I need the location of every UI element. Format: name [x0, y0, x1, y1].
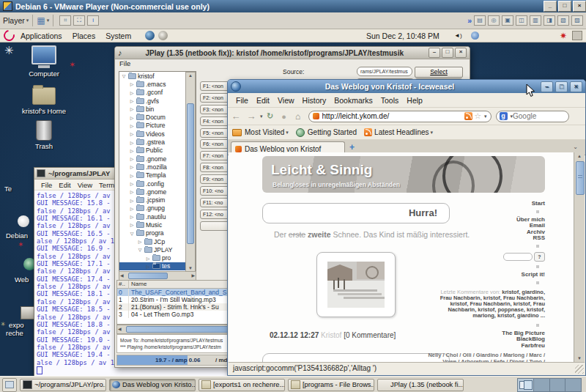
sound-icon[interactable]: ◨ [544, 15, 555, 26]
desktop-icon-partial[interactable]: Te [4, 185, 12, 193]
tree-scrollbar[interactable]: ▲ ▼ [185, 72, 196, 272]
expander-icon[interactable] [129, 148, 135, 153]
tree-item[interactable]: .mozilla [119, 163, 186, 171]
post-author[interactable]: Kristof [321, 331, 341, 339]
tree-item[interactable]: .gnome [119, 155, 186, 163]
taskbar-item[interactable]: JPlay (1.35 (netbook fi... [377, 379, 464, 391]
printer-icon[interactable]: ▥ [530, 15, 541, 26]
desktop-icon-trash[interactable]: Trash [21, 119, 67, 150]
menu-item[interactable]: Tools [381, 96, 399, 105]
applications-menu[interactable]: Applications [21, 32, 62, 40]
usb-icon[interactable]: ▧ [557, 15, 569, 26]
tree-item[interactable]: .jcpsim [119, 196, 186, 204]
menu-item[interactable]: Help [407, 96, 423, 105]
expander-icon[interactable] [145, 256, 151, 261]
desktop-icon-debian[interactable]: Debian [6, 232, 28, 240]
expander-icon[interactable] [129, 123, 135, 128]
browser-launcher-icon[interactable] [145, 31, 155, 40]
tree-item[interactable]: JCp [119, 237, 186, 245]
blogroll[interactable]: Nelly / Chol / Olli / Giardino / Marlong… [428, 352, 545, 362]
scrollbar-thumb[interactable] [126, 326, 230, 333]
expander-icon[interactable] [145, 264, 151, 269]
expander-icon[interactable] [129, 90, 135, 95]
system-menu[interactable]: System [105, 32, 131, 40]
minimize-button[interactable]: – [429, 48, 440, 58]
expander-icon[interactable] [129, 164, 135, 169]
scrollbar-thumb[interactable] [128, 273, 168, 279]
workspace-switcher[interactable] [517, 378, 582, 392]
menu-item[interactable]: History [303, 96, 327, 105]
scroll-up-icon[interactable]: ▲ [574, 154, 585, 158]
harddisk-icon[interactable]: ▤ [474, 15, 486, 26]
workspace-4[interactable] [565, 379, 581, 391]
menu-item[interactable]: Edit [256, 96, 270, 105]
menu-item[interactable]: View [278, 96, 294, 105]
tree-item[interactable]: Docum [119, 113, 186, 121]
bookmark-most-visited[interactable]: Most Visited [245, 128, 284, 136]
sidebar-link[interactable]: Über mich [428, 217, 545, 223]
tree-item[interactable]: Picture [119, 122, 186, 130]
close-button[interactable]: × [455, 48, 467, 58]
jplay-titlebar[interactable]: ♪ JPlay (1.35 (netbook fix)): kristof /h… [115, 47, 470, 59]
bookmark-getting-started[interactable]: Getting Started [308, 128, 357, 136]
rss-icon[interactable] [464, 112, 472, 120]
expander-icon[interactable] [129, 198, 135, 203]
new-tab-button[interactable]: + [349, 142, 355, 152]
sidebar-link-script[interactable]: Script it! [428, 272, 545, 278]
source-field[interactable]: rams/JPLAY/testmus [357, 67, 412, 76]
close-button[interactable]: × [570, 81, 582, 92]
menu-item[interactable]: File [236, 96, 248, 105]
tree-item[interactable]: .nautilu [119, 212, 186, 221]
expander-icon[interactable] [129, 115, 135, 120]
expander-icon[interactable] [129, 206, 135, 211]
scroll-up-icon[interactable]: ▲ [186, 73, 195, 78]
select-button[interactable]: Select [415, 67, 463, 78]
stop-icon[interactable]: ● [278, 112, 291, 121]
debian-menu-icon[interactable] [1, 28, 17, 43]
show-desktop-button[interactable] [2, 378, 17, 392]
volume-icon[interactable]: ◄) [454, 32, 462, 39]
scroll-down-icon[interactable]: ▼ [186, 266, 195, 270]
tree-item[interactable]: .emacs [119, 80, 186, 88]
vmware-titlebar[interactable]: Debian 6 - VMware Player (Non-commercial… [0, 0, 586, 12]
tree-item[interactable]: bin [119, 105, 186, 113]
menu-item[interactable]: View [78, 181, 92, 189]
bookmark-latest-headlines[interactable]: Latest Headlines [374, 128, 429, 136]
cdrom-icon[interactable]: ◎ [488, 15, 500, 26]
expander-icon[interactable] [129, 222, 135, 227]
workspace-1[interactable] [518, 379, 534, 391]
info-icon[interactable]: i [87, 15, 99, 26]
taskbar-item[interactable]: ~/programs/JPLAY/pro... [20, 379, 106, 391]
expander-icon[interactable] [121, 73, 127, 78]
tree-item[interactable]: .gnome [119, 188, 186, 196]
sidebar-link-start[interactable]: Start [428, 201, 545, 207]
apps-grid-icon[interactable]: ▦ [37, 15, 45, 26]
url-bar[interactable]: ☆ ▾ [308, 111, 492, 122]
send-keys-icon[interactable]: ⌗ [59, 15, 71, 26]
tree-item[interactable]: kristof [119, 72, 186, 80]
list-tabs-icon[interactable]: ⌄ [573, 144, 578, 150]
tree-item[interactable]: Music [119, 221, 186, 229]
post-comments-link[interactable]: [0 Kommentare] [344, 331, 396, 339]
scroll-down-icon[interactable]: ▼ [574, 356, 585, 360]
desktop-icon-exports-line2[interactable]: reche [6, 329, 23, 337]
page-scrollbar[interactable]: ▲ ▼ [574, 152, 585, 362]
expander-icon[interactable] [137, 239, 143, 244]
reload-icon[interactable]: ↻ [263, 111, 278, 121]
resize-grip[interactable] [575, 365, 584, 374]
maximize-button[interactable]: □ [558, 1, 571, 12]
menu-item[interactable]: File [41, 181, 52, 189]
post-photo[interactable] [327, 262, 385, 308]
browser-window[interactable]: Das Weblog von Kristof - Iceweasel – □ ×… [227, 79, 586, 376]
expander-icon[interactable] [129, 81, 135, 86]
camera-icon[interactable]: ▨ [571, 15, 583, 26]
floppy-icon[interactable]: ▣ [502, 15, 513, 26]
url-input[interactable] [322, 112, 465, 120]
taskbar-item[interactable]: [programs - File Brows... [288, 379, 374, 391]
sidebar-search-input[interactable] [503, 253, 533, 261]
devices-expand-icon[interactable]: » [467, 16, 472, 25]
taskbar-item[interactable]: [exports1 on rechenre... [199, 379, 285, 391]
tree-item[interactable]: .gvfs [119, 97, 186, 105]
clock[interactable]: Sun Dec 2, 10:48 PM [366, 32, 440, 40]
tree-item[interactable]: .gnupg [119, 204, 186, 212]
